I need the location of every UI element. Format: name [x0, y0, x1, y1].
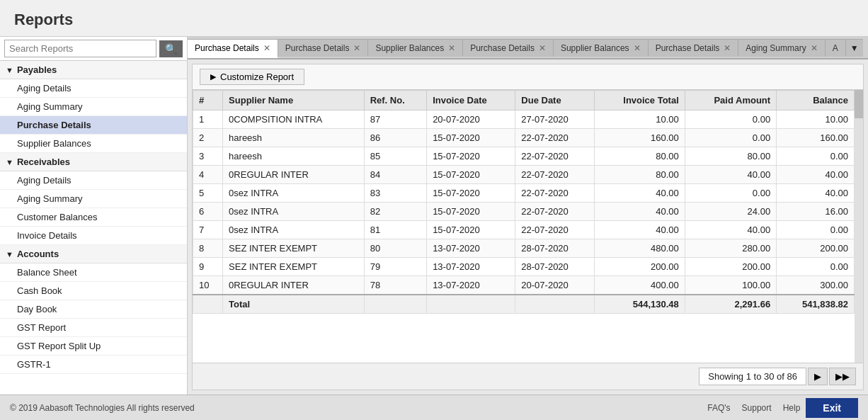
sidebar-item-aging-details-payables[interactable]: Aging Details	[0, 79, 187, 98]
sidebar-item-gstr-1[interactable]: GSTR-1	[0, 356, 187, 374]
cell-invoice-date: 13-07-2020	[427, 258, 515, 276]
cell-paid-amount: 80.00	[685, 147, 776, 166]
col-header-invoice-date: Invoice Date	[427, 91, 515, 110]
cell-supplier-name: 0sez INTRA	[223, 221, 365, 239]
table-row[interactable]: 2 hareesh 86 15-07-2020 22-07-2020 160.0…	[193, 129, 855, 147]
sidebar-item-aging-details-receivables[interactable]: Aging Details	[0, 171, 187, 190]
cell-num: 7	[193, 221, 223, 239]
exit-button[interactable]: Exit	[806, 398, 858, 418]
tab-close-6[interactable]: ✕	[724, 43, 731, 53]
pagination-next-button[interactable]: ▶	[808, 368, 828, 385]
sidebar-item-invoice-details[interactable]: Invoice Details	[0, 227, 187, 245]
footer-support-link[interactable]: Support	[742, 403, 772, 413]
cell-invoice-date: 15-07-2020	[427, 147, 515, 166]
sidebar-item-purchase-details[interactable]: Purchase Details	[0, 116, 187, 135]
tab-purchase-details-4[interactable]: Purchase Details ✕	[649, 39, 739, 57]
tab-close-4[interactable]: ✕	[539, 43, 546, 53]
cell-due-date: 27-07-2020	[515, 110, 595, 129]
table-row[interactable]: 7 0sez INTRA 81 15-07-2020 22-07-2020 40…	[193, 221, 855, 239]
tab-purchase-details-2[interactable]: Purchase Details ✕	[278, 39, 369, 57]
cell-invoice-date: 15-07-2020	[427, 184, 515, 203]
sidebar-item-day-book[interactable]: Day Book	[0, 300, 187, 319]
cell-supplier-name: 0sez INTRA	[223, 203, 365, 221]
total-ref-empty	[364, 295, 426, 314]
sidebar-item-aging-summary-receivables[interactable]: Aging Summary	[0, 190, 187, 208]
footer-faqs-link[interactable]: FAQ's	[707, 403, 730, 413]
tab-supplier-balances-2[interactable]: Supplier Balances ✕	[554, 39, 649, 57]
table-row[interactable]: 1 0COMPSITION INTRA 87 20-07-2020 27-07-…	[193, 110, 855, 129]
report-area: ▶ Customize Report # Supplier Name Ref. …	[192, 64, 864, 390]
table-row[interactable]: 4 0REGULAR INTER 84 15-07-2020 22-07-202…	[193, 166, 855, 184]
col-header-ref-no: Ref. No.	[364, 91, 426, 110]
cell-invoice-total: 40.00	[595, 203, 685, 221]
tab-purchase-details-1[interactable]: Purchase Details ✕	[188, 39, 278, 58]
sidebar-item-gst-report[interactable]: GST Report	[0, 319, 187, 337]
cell-supplier-name: 0sez INTRA	[223, 184, 365, 203]
tab-overflow-a[interactable]: A	[826, 39, 846, 57]
cell-ref-no: 87	[364, 110, 426, 129]
total-label-empty	[193, 295, 223, 314]
footer: © 2019 Aabasoft Technologies All rights …	[0, 395, 868, 420]
cell-paid-amount: 0.00	[685, 129, 776, 147]
sidebar-item-balance-sheet[interactable]: Balance Sheet	[0, 263, 187, 282]
search-button[interactable]: 🔍	[159, 40, 183, 57]
cell-invoice-total: 40.00	[595, 221, 685, 239]
col-header-invoice-total: Invoice Total	[595, 91, 685, 110]
cell-ref-no: 82	[364, 203, 426, 221]
cell-ref-no: 78	[364, 276, 426, 295]
app-header: Reports	[0, 0, 868, 37]
customize-report-button[interactable]: ▶ Customize Report	[200, 69, 304, 85]
cell-supplier-name: SEZ INTER EXEMPT	[223, 239, 365, 258]
cell-balance: 40.00	[777, 166, 855, 184]
table-row[interactable]: 9 SEZ INTER EXEMPT 79 13-07-2020 28-07-2…	[193, 258, 855, 276]
sidebar-item-cash-book[interactable]: Cash Book	[0, 282, 187, 300]
tab-overflow-btn[interactable]: ▼	[846, 39, 863, 57]
tab-supplier-balances-1[interactable]: Supplier Balances ✕	[368, 39, 463, 57]
sidebar-section-accounts[interactable]: ▼ Accounts	[0, 245, 187, 263]
sidebar-item-customer-balances[interactable]: Customer Balances	[0, 208, 187, 227]
search-input[interactable]	[4, 40, 156, 57]
table-total-row: Total 544,130.48 2,291.66 541,838.82	[193, 295, 855, 314]
cell-balance: 300.00	[777, 276, 855, 295]
tab-label-1: Purchase Details	[195, 43, 259, 53]
table-row[interactable]: 8 SEZ INTER EXEMPT 80 13-07-2020 28-07-2…	[193, 239, 855, 258]
table-row[interactable]: 6 0sez INTRA 82 15-07-2020 22-07-2020 40…	[193, 203, 855, 221]
pagination-last-button[interactable]: ▶▶	[829, 368, 856, 385]
tab-purchase-details-3[interactable]: Purchase Details ✕	[463, 39, 554, 57]
app-title: Reports	[14, 11, 73, 29]
total-label: Total	[223, 295, 365, 314]
cell-paid-amount: 24.00	[685, 203, 776, 221]
sidebar-item-gst-report-split-up[interactable]: GST Report Split Up	[0, 337, 187, 356]
cell-supplier-name: 0REGULAR INTER	[223, 166, 365, 184]
table-row[interactable]: 3 hareesh 85 15-07-2020 22-07-2020 80.00…	[193, 147, 855, 166]
tab-close-1[interactable]: ✕	[263, 43, 270, 53]
table-row[interactable]: 10 0REGULAR INTER 78 13-07-2020 20-07-20…	[193, 276, 855, 295]
table-scroll-indicator[interactable]	[855, 90, 863, 363]
cell-num: 10	[193, 276, 223, 295]
cell-supplier-name: 0REGULAR INTER	[223, 276, 365, 295]
tabs-bar: Purchase Details ✕ Purchase Details ✕ Su…	[188, 37, 868, 59]
sidebar-item-aging-summary-payables[interactable]: Aging Summary	[0, 98, 187, 116]
footer-help-link[interactable]: Help	[783, 403, 801, 413]
cell-balance: 0.00	[777, 258, 855, 276]
tab-close-7[interactable]: ✕	[811, 43, 818, 53]
cell-invoice-total: 80.00	[595, 166, 685, 184]
tab-label-4: Purchase Details	[470, 43, 535, 53]
tab-close-2[interactable]: ✕	[353, 43, 360, 53]
sidebar-section-receivables[interactable]: ▼ Receivables	[0, 153, 187, 171]
tab-close-3[interactable]: ✕	[448, 43, 455, 53]
sidebar-item-supplier-balances[interactable]: Supplier Balances	[0, 135, 187, 153]
table-row[interactable]: 5 0sez INTRA 83 15-07-2020 22-07-2020 40…	[193, 184, 855, 203]
report-table-wrapper[interactable]: # Supplier Name Ref. No. Invoice Date Du…	[193, 90, 855, 363]
customize-label: Customize Report	[220, 72, 294, 82]
cell-paid-amount: 0.00	[685, 184, 776, 203]
sidebar-section-payables[interactable]: ▼ Payables	[0, 61, 187, 79]
report-table: # Supplier Name Ref. No. Invoice Date Du…	[193, 90, 855, 314]
total-due-empty	[515, 295, 595, 314]
cell-due-date: 28-07-2020	[515, 258, 595, 276]
cell-due-date: 20-07-2020	[515, 276, 595, 295]
col-header-num: #	[193, 91, 223, 110]
tab-aging-summary[interactable]: Aging Summary ✕	[738, 39, 825, 57]
tab-close-5[interactable]: ✕	[634, 43, 641, 53]
cell-num: 8	[193, 239, 223, 258]
